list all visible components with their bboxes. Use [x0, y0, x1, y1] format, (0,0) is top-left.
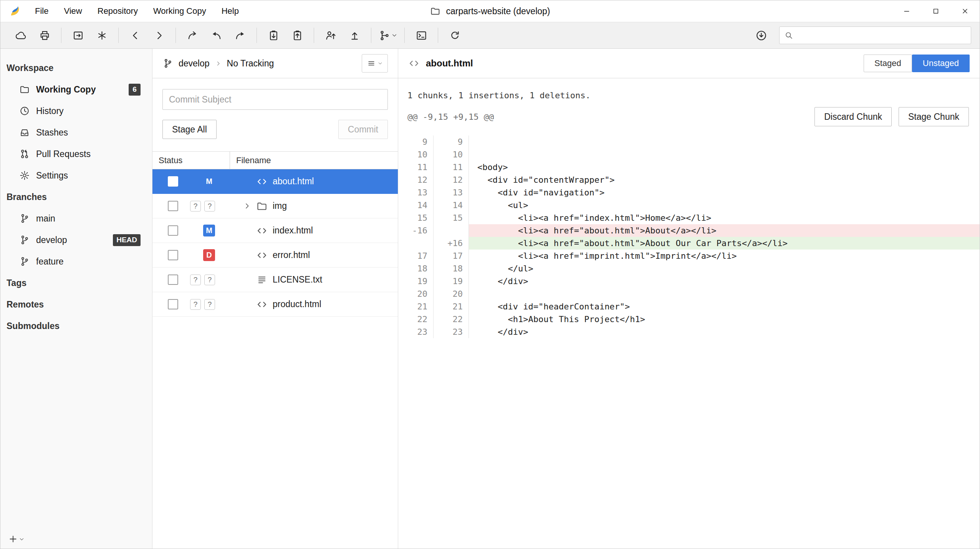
column-status: Status — [152, 152, 230, 169]
sidebar-item-working-copy[interactable]: Working Copy6 — [0, 79, 152, 100]
sidebar-section-submodules[interactable]: Submodules — [0, 315, 152, 337]
stage-checkbox[interactable] — [168, 176, 178, 187]
stage-checkbox[interactable] — [168, 201, 178, 211]
sidebar-item-feature[interactable]: feature — [0, 251, 152, 272]
filename: LICENSE.txt — [273, 274, 322, 285]
tab-unstaged[interactable]: Unstaged — [912, 55, 970, 72]
status-badges: ?? — [185, 299, 215, 310]
menu-file[interactable]: File — [27, 0, 56, 22]
stage-checkbox[interactable] — [168, 250, 178, 260]
printer-button[interactable] — [33, 26, 56, 45]
titlebar: FileViewRepositoryWorking CopyHelp carpa… — [0, 0, 980, 22]
new-line-number: 22 — [434, 313, 469, 326]
toolbar-divider — [314, 28, 314, 43]
sidebar-item-main[interactable]: main — [0, 208, 152, 229]
file-name-cell: product.html — [230, 299, 398, 310]
sidebar-item-history[interactable]: History — [0, 100, 152, 122]
chevron-spacer — [243, 226, 256, 235]
menu-view[interactable]: View — [56, 0, 89, 22]
hunk-row: @@ -9,15 +9,15 @@ Discard Chunk Stage Ch… — [398, 107, 980, 126]
close-button[interactable] — [950, 0, 980, 22]
commit-button[interactable]: Commit — [338, 120, 388, 139]
branch-actions-button[interactable] — [376, 26, 400, 45]
file-row-about-html[interactable]: Mabout.html — [152, 169, 398, 194]
menu-repository[interactable]: Repository — [90, 0, 146, 22]
pull-button[interactable] — [204, 26, 228, 45]
file-status-cell: ?? — [152, 201, 230, 212]
download-button[interactable] — [749, 26, 773, 45]
code-icon — [408, 58, 420, 69]
current-branch-label[interactable]: develop — [179, 58, 210, 69]
menu-working-copy[interactable]: Working Copy — [146, 0, 214, 22]
old-line-number: -16 — [398, 224, 434, 237]
cloud-button[interactable] — [9, 26, 33, 45]
file-name-cell: LICENSE.txt — [230, 274, 398, 286]
sidebar-item-pull-requests[interactable]: Pull Requests — [0, 143, 152, 165]
new-line-number: 12 — [434, 174, 469, 186]
window-title: carparts-website (develop) — [430, 6, 550, 17]
tab-staged[interactable]: Staged — [864, 55, 912, 72]
minimize-button[interactable] — [892, 0, 921, 22]
code-text: <body> — [469, 161, 980, 174]
maximize-button[interactable] — [921, 0, 950, 22]
diff-line: 2020 — [398, 288, 980, 300]
back-button[interactable] — [123, 26, 147, 45]
history-icon — [19, 106, 30, 116]
repo-menu-button[interactable] — [362, 54, 388, 73]
add-repository-button[interactable] — [8, 534, 25, 544]
user-arrow-up-button[interactable] — [319, 26, 343, 45]
search-box[interactable] — [779, 26, 971, 44]
stash-save-button[interactable] — [262, 26, 285, 45]
sidebar-item-label: main — [36, 213, 55, 224]
menu-help[interactable]: Help — [214, 0, 247, 22]
stash-pop-button[interactable] — [285, 26, 309, 45]
stage-checkbox[interactable] — [168, 299, 178, 309]
file-row-license-txt[interactable]: ??LICENSE.txt — [152, 268, 398, 292]
search-input[interactable] — [798, 30, 966, 40]
arrow-up-line-button[interactable] — [343, 26, 366, 45]
file-row-error-html[interactable]: Derror.html — [152, 243, 398, 268]
folder-icon — [19, 84, 30, 95]
status-badges: M — [185, 175, 215, 187]
old-line-number: 21 — [398, 300, 434, 313]
open-repo-button[interactable] — [66, 26, 90, 45]
sidebar-section-remotes[interactable]: Remotes — [0, 294, 152, 315]
code-text: <div id="contentWrapper"> — [469, 174, 980, 186]
diff-line: 2121 <div id="headerContainer"> — [398, 300, 980, 313]
push-button[interactable] — [228, 26, 252, 45]
file-row-index-html[interactable]: Mindex.html — [152, 218, 398, 243]
expand-chevron-icon[interactable] — [243, 202, 256, 211]
chevron-spacer — [243, 275, 256, 284]
diff-line: 1818 </ul> — [398, 262, 980, 275]
file-row-img[interactable]: ??img — [152, 194, 398, 218]
old-line-number: 15 — [398, 212, 434, 224]
code-text: <div id="headerContainer"> — [469, 300, 980, 313]
terminal-icon — [416, 30, 427, 41]
sidebar-item-develop[interactable]: developHEAD — [0, 229, 152, 251]
commit-graph-button[interactable] — [90, 26, 114, 45]
old-line-number: 19 — [398, 275, 434, 288]
toolbar-divider — [257, 28, 257, 43]
toolbar-divider — [61, 28, 61, 43]
refresh-button[interactable] — [443, 26, 467, 45]
discard-chunk-button[interactable]: Discard Chunk — [814, 107, 892, 126]
stash-icon — [19, 127, 30, 138]
sidebar-section-tags[interactable]: Tags — [0, 272, 152, 294]
fetch-button[interactable] — [180, 26, 204, 45]
commit-subject-input[interactable] — [162, 89, 388, 110]
terminal-button[interactable] — [409, 26, 433, 45]
forward-button[interactable] — [147, 26, 171, 45]
sidebar-item-settings[interactable]: Settings — [0, 165, 152, 186]
old-line-number: 23 — [398, 326, 434, 338]
stage-all-button[interactable]: Stage All — [162, 120, 217, 139]
sidebar-section-workspace[interactable]: Workspace — [0, 57, 152, 79]
file-row-product-html[interactable]: ??product.html — [152, 292, 398, 317]
stage-checkbox[interactable] — [168, 225, 178, 236]
stage-checkbox[interactable] — [168, 274, 178, 285]
sidebar-item-stashes[interactable]: Stashes — [0, 122, 152, 143]
new-line-number: 17 — [434, 250, 469, 262]
sidebar-section-branches[interactable]: Branches — [0, 186, 152, 208]
breadcrumb: develop No Tracking — [162, 58, 274, 69]
stage-chunk-button[interactable]: Stage Chunk — [899, 107, 969, 126]
code-text: </div> — [469, 326, 980, 338]
